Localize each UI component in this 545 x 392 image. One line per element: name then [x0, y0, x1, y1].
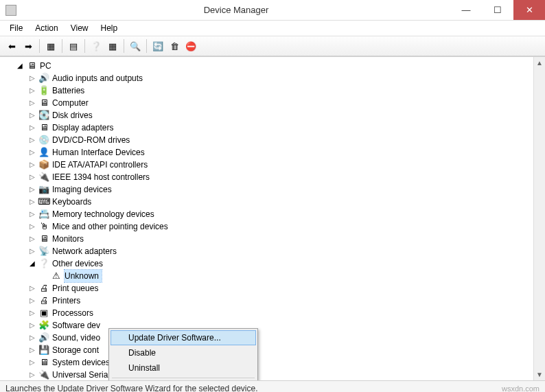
menu-action[interactable]: Action	[30, 22, 63, 34]
show-hide-tree-button[interactable]: ▦	[43, 38, 58, 54]
device-icon: 🔋	[38, 85, 49, 96]
expander-icon[interactable]: ▷	[27, 208, 37, 220]
context-menu-item[interactable]: Uninstall	[111, 360, 256, 376]
device-icon: 📷	[38, 184, 49, 195]
tree-row[interactable]: ▷📡Network adapters	[4, 245, 545, 257]
expander-icon[interactable]: ▷	[27, 97, 37, 109]
tree-row[interactable]: ▷💾Storage cont	[4, 344, 545, 356]
tree-row[interactable]: ▷🖥Display adapters	[4, 122, 545, 134]
context-menu-item[interactable]: Update Driver Software...	[111, 330, 256, 345]
expander-icon[interactable]: ▷	[27, 319, 37, 332]
device-icon: 💽	[38, 110, 49, 121]
tree-row[interactable]: ▷🖨Print queues	[4, 282, 545, 295]
device-icon: 🖥	[38, 233, 49, 244]
tree-label: IEEE 1394 host controllers	[52, 171, 152, 183]
uninstall-button[interactable]: 🗑	[167, 38, 182, 54]
toolbar: ⬅ ➡ ▦ ▤ ❔ ▦ 🔍 🔄 🗑 ⛔	[0, 36, 545, 56]
expander-icon[interactable]: ◢	[15, 60, 25, 72]
tree-row[interactable]: ▷💽Disk drives	[4, 109, 545, 122]
expander-icon[interactable]: ▷	[27, 233, 37, 245]
tree-label: Display adapters	[52, 122, 116, 134]
device-icon: 📦	[38, 159, 49, 170]
expander-icon[interactable]: ▷	[27, 356, 37, 369]
tree-row[interactable]: ▷⌨Keyboards	[4, 196, 545, 208]
tree-row[interactable]: ◢❔Other devices	[4, 257, 545, 270]
minimize-button[interactable]: —	[450, 0, 482, 20]
expander-icon[interactable]: ◢	[27, 257, 37, 270]
expander-icon[interactable]: ▷	[27, 122, 37, 134]
maximize-button[interactable]: ☐	[482, 0, 513, 20]
tree-row[interactable]: ▷🔊Audio inputs and outputs	[4, 72, 545, 84]
tree-label: DVD/CD-ROM drives	[52, 134, 132, 146]
help-button[interactable]: ❔	[89, 38, 104, 54]
device-icon: 🖥	[26, 60, 37, 71]
properties-button[interactable]: ▤	[66, 38, 81, 54]
tree-row[interactable]: ⚠Unknown	[4, 270, 545, 282]
expander-icon[interactable]: ▷	[27, 295, 37, 307]
device-icon: 🔊	[38, 73, 49, 84]
expander-icon[interactable]: ▷	[27, 220, 37, 233]
expander-icon[interactable]: ▷	[27, 307, 37, 319]
tree-label: Printers	[52, 295, 83, 307]
expander-icon[interactable]: ▷	[27, 282, 37, 295]
expander-icon[interactable]: ▷	[27, 72, 37, 84]
tree-row[interactable]: ▷🖨Printers	[4, 295, 545, 307]
tree-label: Unknown	[65, 270, 102, 282]
tree-row[interactable]: ▷🧩Software dev	[4, 319, 545, 332]
disable-button[interactable]: ⛔	[183, 38, 198, 54]
scroll-up-icon[interactable]: ▲	[534, 57, 545, 69]
menu-view[interactable]: View	[65, 22, 94, 34]
scan-button[interactable]: 🔍	[128, 38, 143, 54]
expander-icon[interactable]: ▷	[27, 109, 37, 122]
update-driver-button[interactable]: 🔄	[150, 38, 165, 54]
tree-row[interactable]: ▷🖱Mice and other pointing devices	[4, 220, 545, 233]
tree-label: Sound, video	[52, 332, 103, 344]
tree-row[interactable]: ▷🔋Batteries	[4, 84, 545, 97]
scroll-down-icon[interactable]: ▼	[534, 369, 545, 380]
expander-icon[interactable]: ▷	[27, 245, 37, 257]
tree-label: Audio inputs and outputs	[52, 72, 146, 84]
tree-label: Print queues	[52, 282, 101, 295]
tree-row[interactable]: ▷🔌IEEE 1394 host controllers	[4, 171, 545, 183]
action-button[interactable]: ▦	[105, 38, 120, 54]
tree-label: Other devices	[52, 257, 106, 270]
titlebar: Device Manager — ☐ ✕	[0, 0, 545, 21]
tree-row[interactable]: ▷🔊Sound, video	[4, 332, 545, 344]
expander-icon[interactable]: ▷	[27, 134, 37, 146]
tree-row[interactable]: ▷▣Processors	[4, 307, 545, 319]
separator	[62, 39, 62, 53]
tree-row[interactable]: ▷📦IDE ATA/ATAPI controllers	[4, 159, 545, 171]
tree-row[interactable]: ▷🖥System devices	[4, 356, 545, 369]
device-tree[interactable]: ◢🖥PC▷🔊Audio inputs and outputs▷🔋Batterie…	[0, 57, 545, 380]
forward-button[interactable]: ➡	[21, 38, 36, 54]
tree-row[interactable]: ◢🖥PC	[4, 60, 545, 72]
tree-row[interactable]: ▷📇Memory technology devices	[4, 208, 545, 220]
expander-icon[interactable]: ▷	[27, 171, 37, 183]
expander-icon[interactable]: ▷	[27, 146, 37, 159]
device-icon: 💾	[38, 345, 49, 356]
tree-row[interactable]: ▷👤Human Interface Devices	[4, 146, 545, 159]
expander-icon[interactable]: ▷	[27, 344, 37, 356]
tree-area: ◢🖥PC▷🔊Audio inputs and outputs▷🔋Batterie…	[0, 56, 545, 380]
expander-icon[interactable]: ▷	[27, 159, 37, 171]
expander-icon[interactable]: ▷	[27, 369, 37, 380]
close-button[interactable]: ✕	[513, 0, 545, 20]
expander-icon[interactable]: ▷	[27, 183, 37, 196]
tree-row[interactable]: ▷🔌Universal Serial Bus controllers	[4, 369, 545, 380]
expander-icon[interactable]: ▷	[27, 196, 37, 208]
expander-icon[interactable]: ▷	[27, 84, 37, 97]
context-menu-item[interactable]: Disable	[111, 345, 256, 360]
tree-row[interactable]: ▷💿DVD/CD-ROM drives	[4, 134, 545, 146]
vertical-scrollbar[interactable]: ▲ ▼	[533, 57, 545, 380]
separator	[39, 39, 40, 53]
app-icon	[5, 5, 16, 16]
tree-label: Mice and other pointing devices	[52, 220, 171, 233]
tree-row[interactable]: ▷🖥Computer	[4, 97, 545, 109]
tree-row[interactable]: ▷🖥Monitors	[4, 233, 545, 245]
menu-file[interactable]: File	[4, 22, 28, 34]
menu-help[interactable]: Help	[95, 22, 124, 34]
back-button[interactable]: ⬅	[4, 38, 19, 54]
expander-icon[interactable]: ▷	[27, 332, 37, 344]
menu-separator	[112, 378, 255, 378]
tree-row[interactable]: ▷📷Imaging devices	[4, 183, 545, 196]
